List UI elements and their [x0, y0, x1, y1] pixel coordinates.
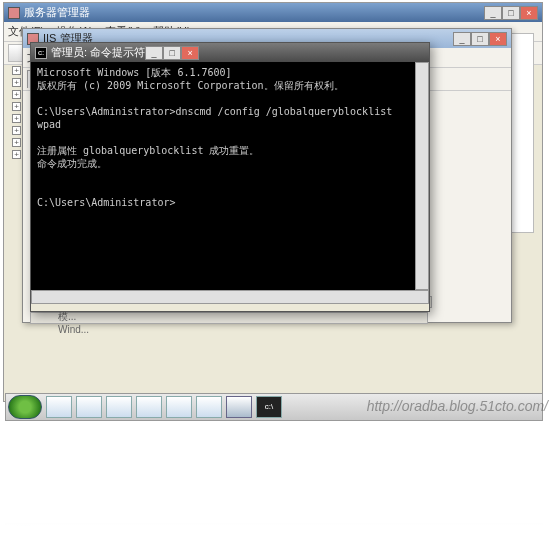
window-title: 服务器管理器	[24, 5, 90, 20]
start-button[interactable]	[8, 395, 42, 419]
tree-labels: 模... Wind...	[58, 310, 89, 335]
close-button[interactable]: ×	[181, 46, 199, 60]
tree-plus-icon[interactable]: +	[12, 102, 21, 111]
horizontal-scrollbar[interactable]	[31, 290, 429, 304]
taskbar-item-notes-icon[interactable]	[196, 396, 222, 418]
maximize-button[interactable]: □	[471, 32, 489, 46]
app-icon	[8, 7, 20, 19]
tree-plus-icon[interactable]: +	[12, 90, 21, 99]
minimize-button[interactable]: _	[484, 6, 502, 20]
tree-plus-icon[interactable]: +	[12, 66, 21, 75]
vertical-scrollbar[interactable]	[415, 62, 429, 290]
cmd-titlebar[interactable]: c: 管理员: 命令提示符 _ □ ×	[31, 43, 429, 62]
taskbar-item-server-icon[interactable]	[136, 396, 162, 418]
maximize-button[interactable]: □	[502, 6, 520, 20]
tree-plus-icon[interactable]: +	[12, 150, 21, 159]
reflection-fade	[0, 421, 554, 553]
close-button[interactable]: ×	[489, 32, 507, 46]
server-manager-titlebar[interactable]: 服务器管理器 _ □ ×	[4, 3, 542, 22]
tree-plus-icon[interactable]: +	[12, 78, 21, 87]
maximize-button[interactable]: □	[163, 46, 181, 60]
taskbar-item-powershell-icon[interactable]	[76, 396, 102, 418]
taskbar-item-cmd-icon[interactable]: c:\	[256, 396, 282, 418]
close-button[interactable]: ×	[520, 6, 538, 20]
tree-label[interactable]: Wind...	[58, 324, 89, 335]
minimize-button[interactable]: _	[145, 46, 163, 60]
window-title: 管理员: 命令提示符	[51, 45, 145, 60]
taskbar-item-iis-icon[interactable]	[226, 396, 252, 418]
taskbar-item-folder-icon[interactable]	[166, 396, 192, 418]
tree-plus-icon[interactable]: +	[12, 114, 21, 123]
tree-label[interactable]: 模...	[58, 310, 89, 324]
minimize-button[interactable]: _	[453, 32, 471, 46]
taskbar-item-explorer-icon[interactable]	[106, 396, 132, 418]
horizontal-scrollbar[interactable]	[30, 312, 428, 324]
tree-plus-icon[interactable]: +	[12, 138, 21, 147]
tree-plus-icon[interactable]: +	[12, 126, 21, 135]
watermark-text: http://oradba.blog.51cto.com/	[367, 398, 548, 414]
cmd-window: c: 管理员: 命令提示符 _ □ × Microsoft Windows [版…	[30, 42, 430, 312]
cmd-output[interactable]: Microsoft Windows [版本 6.1.7600] 版权所有 (c)…	[31, 62, 415, 290]
cmd-icon: c:	[35, 47, 47, 59]
taskbar-item-library-icon[interactable]	[46, 396, 72, 418]
